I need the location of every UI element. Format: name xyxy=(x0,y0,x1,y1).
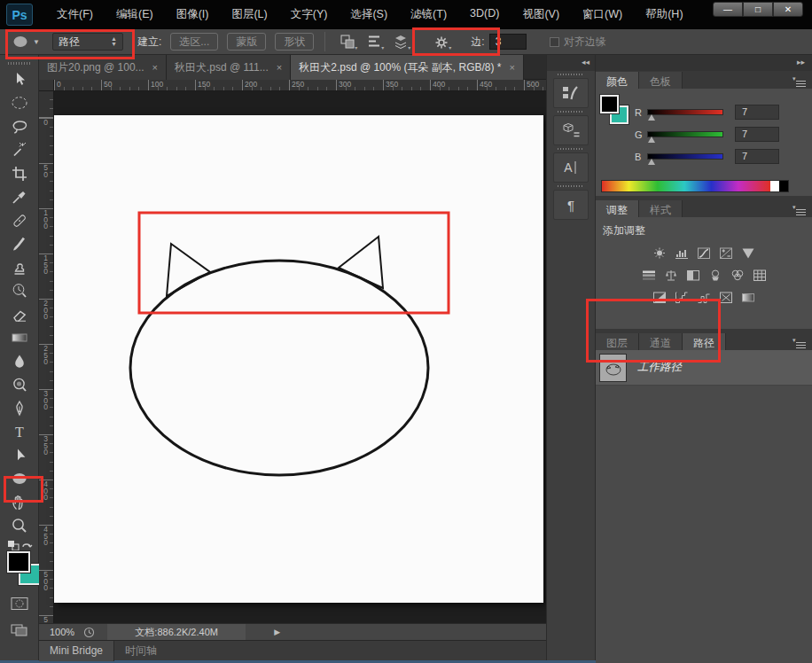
document-canvas[interactable] xyxy=(54,115,543,603)
history-panel-icon[interactable] xyxy=(553,78,589,108)
magic-wand-tool[interactable] xyxy=(6,139,33,161)
collapse-panels-arrow-icon[interactable]: ◂◂ xyxy=(547,55,595,71)
document-tab-2[interactable]: 秋田犬.psd @ 111...× xyxy=(167,55,291,80)
tab-mini-bridge[interactable]: Mini Bridge xyxy=(39,641,114,661)
path-alignment-icon[interactable]: ▾ xyxy=(364,33,384,51)
exposure-icon[interactable] xyxy=(715,246,738,261)
paths-tab-路径[interactable]: 路径 xyxy=(683,333,726,350)
quick-mask-button[interactable] xyxy=(6,596,33,612)
brightness-contrast-icon[interactable] xyxy=(649,246,671,261)
color-lookup-icon[interactable] xyxy=(748,268,770,283)
panel-grip[interactable] xyxy=(558,148,584,150)
gradient-map-icon[interactable] xyxy=(738,290,760,305)
document-tab-1[interactable]: 图片20.png @ 100...× xyxy=(39,55,167,80)
panel-grip[interactable] xyxy=(558,185,584,187)
green-slider-thumb[interactable] xyxy=(648,136,655,143)
menu-3d[interactable]: 3D(D) xyxy=(458,3,511,27)
photo-filter-icon[interactable] xyxy=(704,268,726,283)
status-options-arrow-icon[interactable]: ▶ xyxy=(274,628,280,636)
crop-tool[interactable] xyxy=(6,162,33,184)
document-tab-3[interactable]: 秋田犬2.psd @ 100% (耳朵 副本, RGB/8) *× xyxy=(291,55,524,80)
menu-filter[interactable]: 滤镜(T) xyxy=(399,3,458,27)
vibrance-icon[interactable] xyxy=(738,246,760,261)
blue-slider-thumb[interactable] xyxy=(648,159,655,165)
work-path-thumbnail[interactable] xyxy=(599,354,627,382)
close-icon[interactable]: × xyxy=(277,62,282,73)
red-value-field[interactable]: 7 xyxy=(735,105,779,120)
blur-tool[interactable] xyxy=(6,350,33,372)
panel-grip[interactable] xyxy=(558,111,584,113)
screen-mode-button[interactable] xyxy=(6,622,33,638)
move-tool[interactable] xyxy=(6,68,33,90)
minimize-button[interactable]: — xyxy=(713,2,743,17)
channel-mixer-icon[interactable] xyxy=(726,268,748,283)
dodge-tool[interactable] xyxy=(6,374,33,396)
eyedropper-tool[interactable] xyxy=(6,186,33,208)
properties-panel-icon[interactable] xyxy=(553,115,589,145)
path-select-tool[interactable] xyxy=(6,444,33,466)
panel-color-swatches[interactable] xyxy=(600,95,630,127)
color-tab-颜色[interactable]: 颜色 xyxy=(596,72,639,89)
hue-saturation-icon[interactable] xyxy=(637,268,660,283)
selective-color-icon[interactable] xyxy=(715,290,738,305)
curves-icon[interactable] xyxy=(693,246,715,261)
make-shape-button[interactable]: 形状 xyxy=(275,33,314,51)
green-value-field[interactable]: 7 xyxy=(735,127,779,142)
menu-layer[interactable]: 图层(L) xyxy=(220,3,278,27)
ellipse-shape-tool[interactable] xyxy=(6,468,33,490)
zoom-tool[interactable] xyxy=(6,515,33,537)
panel-menu-icon[interactable]: ▾ xyxy=(792,75,806,83)
menu-help[interactable]: 帮助(H) xyxy=(634,3,694,27)
panel-menu-icon[interactable]: ▾ xyxy=(792,204,806,212)
menu-file[interactable]: 文件(F) xyxy=(45,3,105,27)
menu-view[interactable]: 视图(V) xyxy=(511,3,571,27)
clone-stamp-tool[interactable] xyxy=(6,256,33,278)
black-white-icon[interactable] xyxy=(682,268,704,283)
type-tool[interactable]: T xyxy=(6,421,33,443)
red-slider-track[interactable] xyxy=(647,109,723,115)
tool-mode-select[interactable]: 路径 ▲▼ xyxy=(52,33,123,51)
make-selection-button[interactable]: 选区... xyxy=(170,33,218,51)
make-mask-button[interactable]: 蒙版 xyxy=(227,33,266,51)
tool-preset-picker[interactable]: ▼ xyxy=(11,33,40,51)
panel-grip[interactable] xyxy=(8,62,31,65)
path-operations-icon[interactable]: ▾ xyxy=(338,33,357,51)
color-tab-色板[interactable]: 色板 xyxy=(639,72,683,89)
close-icon[interactable]: × xyxy=(509,62,514,73)
blue-value-field[interactable]: 7 xyxy=(735,149,779,164)
paths-tab-图层[interactable]: 图层 xyxy=(596,333,639,350)
panel-foreground-swatch[interactable] xyxy=(600,95,619,113)
color-spectrum-ramp[interactable] xyxy=(601,180,789,192)
gradient-tool[interactable] xyxy=(6,327,33,349)
paths-tab-通道[interactable]: 通道 xyxy=(639,333,683,350)
zoom-level[interactable]: 100% xyxy=(50,627,74,637)
green-slider-track[interactable] xyxy=(647,131,723,137)
panel-grip[interactable] xyxy=(558,74,584,75)
adjustments-tab-样式[interactable]: 样式 xyxy=(639,200,683,217)
hand-tool[interactable] xyxy=(6,491,33,513)
close-button[interactable]: ✕ xyxy=(773,2,803,17)
menu-window[interactable]: 窗口(W) xyxy=(571,3,634,27)
path-arrangement-icon[interactable]: ▾ xyxy=(391,33,410,51)
adjustments-tab-调整[interactable]: 调整 xyxy=(596,200,639,217)
marquee-tool[interactable] xyxy=(6,92,33,114)
document-info-field[interactable]: 文档:886.2K/2.40M xyxy=(107,624,246,641)
color-swatch-widget[interactable] xyxy=(7,551,37,590)
invert-icon[interactable] xyxy=(649,290,671,305)
maximize-button[interactable]: □ xyxy=(743,2,773,17)
blue-slider-track[interactable] xyxy=(647,153,723,160)
menu-edit[interactable]: 编辑(E) xyxy=(105,3,165,27)
lasso-tool[interactable] xyxy=(6,115,33,137)
history-brush-tool[interactable] xyxy=(6,280,33,302)
work-path-row[interactable]: 工作路径 xyxy=(596,350,812,386)
red-slider-thumb[interactable] xyxy=(648,114,655,121)
menu-image[interactable]: 图像(I) xyxy=(165,3,221,27)
align-edges-checkbox[interactable]: 对齐边缘 xyxy=(550,35,606,50)
brush-tool[interactable] xyxy=(6,233,33,255)
spot-heal-tool[interactable] xyxy=(6,209,33,231)
character-panel-icon[interactable]: A xyxy=(553,152,589,183)
geometry-settings-button[interactable]: ▾ xyxy=(432,33,451,51)
sides-input[interactable]: 3 xyxy=(489,34,527,50)
posterize-icon[interactable] xyxy=(671,290,693,305)
tab-timeline[interactable]: 时间轴 xyxy=(114,641,168,661)
